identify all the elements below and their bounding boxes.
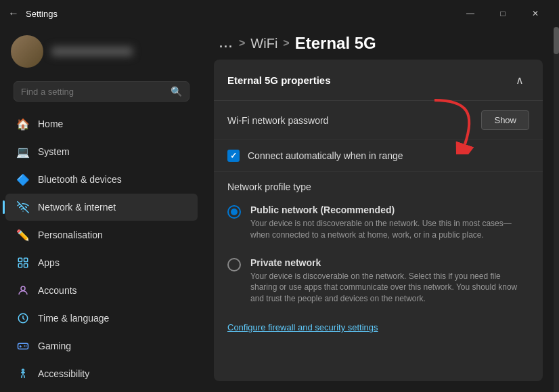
accessibility-icon bbox=[16, 367, 30, 380]
search-input[interactable] bbox=[21, 87, 165, 97]
system-icon: 💻 bbox=[16, 145, 30, 158]
svg-point-4 bbox=[21, 286, 25, 290]
public-network-title: Public network (Recommended) bbox=[250, 204, 529, 215]
personalisation-label: Personalisation bbox=[38, 230, 103, 240]
show-password-button[interactable]: Show bbox=[481, 110, 529, 130]
back-icon[interactable]: ← bbox=[8, 7, 19, 20]
private-network-content: Private network Your device is discovera… bbox=[250, 257, 529, 305]
breadcrumb: ... > WiFi > Eternal 5G bbox=[203, 27, 554, 60]
public-network-desc: Your device is not discoverable on the n… bbox=[250, 218, 529, 241]
avatar bbox=[11, 35, 43, 68]
breadcrumb-dots[interactable]: ... bbox=[219, 37, 233, 51]
public-network-content: Public network (Recommended) Your device… bbox=[250, 204, 529, 241]
search-container: 🔍 bbox=[5, 76, 198, 107]
svg-point-7 bbox=[22, 369, 24, 371]
sidebar-item-bluetooth[interactable]: 🔷 Bluetooth & devices bbox=[5, 166, 198, 193]
home-label: Home bbox=[38, 118, 63, 129]
private-network-title: Private network bbox=[250, 257, 529, 268]
nav-list: 🏠 Home 💻 System 🔷 Bluetooth & devices Ne… bbox=[0, 107, 203, 392]
content-area: ... > WiFi > Eternal 5G Eternal 5G prope… bbox=[203, 27, 554, 392]
connect-auto-row[interactable]: ✓ Connect automatically when in range bbox=[214, 140, 543, 172]
public-network-radio[interactable] bbox=[227, 205, 241, 219]
sidebar-item-accessibility[interactable]: Accessibility bbox=[5, 360, 198, 387]
breadcrumb-sep2: > bbox=[283, 37, 289, 49]
public-network-radio-fill bbox=[231, 209, 238, 215]
user-name bbox=[51, 47, 133, 56]
sidebar-item-home[interactable]: 🏠 Home bbox=[5, 110, 198, 137]
collapse-button[interactable]: ∧ bbox=[510, 70, 529, 89]
private-network-option[interactable]: Private network Your device is discovera… bbox=[214, 251, 543, 314]
gaming-label: Gaming bbox=[38, 341, 71, 351]
time-icon bbox=[16, 311, 30, 325]
personalisation-icon: ✏️ bbox=[16, 228, 30, 242]
bluetooth-icon: 🔷 bbox=[16, 173, 30, 186]
sidebar-item-accounts[interactable]: Accounts bbox=[5, 277, 198, 304]
accounts-label: Accounts bbox=[38, 285, 77, 296]
titlebar: ← Settings — □ ✕ bbox=[0, 0, 559, 27]
breadcrumb-sep1: > bbox=[239, 37, 245, 49]
gaming-icon bbox=[16, 339, 30, 353]
private-network-desc: Your device is discoverable on the netwo… bbox=[250, 271, 529, 305]
avatar-image bbox=[11, 35, 43, 68]
svg-rect-3 bbox=[18, 264, 22, 267]
sidebar-item-time[interactable]: Time & language bbox=[5, 305, 198, 332]
section-header: Eternal 5G properties ∧ bbox=[214, 60, 543, 101]
search-box: 🔍 bbox=[14, 81, 189, 102]
close-button[interactable]: ✕ bbox=[520, 3, 551, 24]
sidebar: 🔍 🏠 Home 💻 System 🔷 Bluetooth & devices bbox=[0, 27, 203, 392]
breadcrumb-wifi[interactable]: WiFi bbox=[250, 36, 277, 51]
profile-type-label: Network profile type bbox=[227, 181, 311, 192]
titlebar-controls: — □ ✕ bbox=[455, 3, 551, 24]
wifi-password-row: Wi-Fi network password Show bbox=[214, 101, 543, 140]
content-panel: Eternal 5G properties ∧ Wi-Fi network pa… bbox=[214, 60, 543, 381]
profile-type-header: Network profile type bbox=[214, 172, 543, 198]
time-label: Time & language bbox=[38, 313, 109, 324]
connect-auto-checkbox[interactable]: ✓ bbox=[227, 150, 240, 162]
svg-rect-1 bbox=[24, 258, 28, 261]
sidebar-item-apps[interactable]: Apps bbox=[5, 249, 198, 276]
svg-rect-2 bbox=[24, 264, 28, 267]
system-label: System bbox=[38, 146, 70, 157]
search-icon: 🔍 bbox=[171, 86, 182, 97]
apps-icon bbox=[16, 256, 30, 269]
user-profile bbox=[0, 27, 203, 76]
wifi-password-label: Wi-Fi network password bbox=[227, 115, 328, 126]
private-network-radio[interactable] bbox=[227, 258, 241, 271]
svg-rect-0 bbox=[18, 258, 22, 261]
titlebar-title: Settings bbox=[26, 9, 58, 19]
breadcrumb-current: Eternal 5G bbox=[295, 34, 376, 53]
sidebar-item-personalisation[interactable]: ✏️ Personalisation bbox=[5, 221, 198, 248]
accessibility-label: Accessibility bbox=[38, 368, 89, 379]
accounts-icon bbox=[16, 284, 30, 297]
minimize-button[interactable]: — bbox=[455, 3, 486, 24]
network-icon bbox=[16, 200, 30, 214]
main-layout: 🔍 🏠 Home 💻 System 🔷 Bluetooth & devices bbox=[0, 27, 559, 392]
scrollbar-thumb[interactable] bbox=[554, 27, 559, 54]
sidebar-item-gaming[interactable]: Gaming bbox=[5, 332, 198, 360]
sidebar-item-network[interactable]: Network & internet bbox=[5, 194, 198, 221]
network-label: Network & internet bbox=[38, 202, 116, 213]
section-title: Eternal 5G properties bbox=[227, 74, 331, 86]
scrollbar-track[interactable] bbox=[554, 27, 559, 392]
maximize-button[interactable]: □ bbox=[487, 3, 518, 24]
titlebar-left: ← Settings bbox=[8, 7, 58, 20]
connect-auto-label: Connect automatically when in range bbox=[248, 150, 403, 161]
public-network-option[interactable]: Public network (Recommended) Your device… bbox=[214, 198, 543, 251]
firewall-link[interactable]: Configure firewall and security settings bbox=[214, 314, 543, 341]
checkmark-icon: ✓ bbox=[230, 151, 237, 160]
home-icon: 🏠 bbox=[16, 117, 30, 131]
apps-label: Apps bbox=[38, 257, 60, 268]
sidebar-item-system[interactable]: 💻 System bbox=[5, 138, 198, 165]
bluetooth-label: Bluetooth & devices bbox=[38, 174, 122, 185]
